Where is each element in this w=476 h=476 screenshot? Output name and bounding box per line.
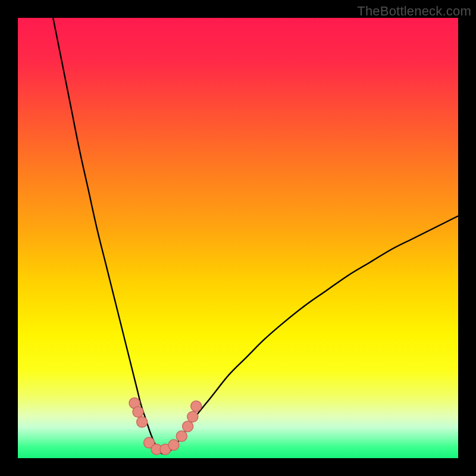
bottleneck-chart [18, 18, 458, 458]
marker-point [191, 401, 202, 412]
marker-point [133, 406, 143, 417]
marker-point [176, 431, 187, 441]
marker-point [168, 440, 179, 450]
gradient-background [18, 18, 458, 458]
marker-point [137, 416, 148, 427]
plot-area [18, 18, 458, 458]
watermark-text: TheBottleneck.com [357, 4, 471, 19]
chart-frame: TheBottleneck.com [0, 0, 476, 476]
marker-point [187, 411, 198, 422]
marker-point [183, 421, 193, 432]
